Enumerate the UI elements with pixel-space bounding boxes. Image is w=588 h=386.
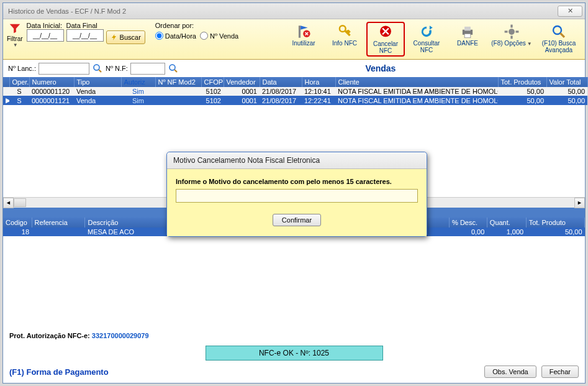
info-nfc-label: Info NFC <box>332 40 357 47</box>
col-autoriz[interactable]: Autoriz <box>121 77 155 87</box>
scroll-thumb[interactable] <box>14 198 26 207</box>
icol-totprod[interactable]: Tot. Produto <box>526 218 584 227</box>
filtrar-label: Filtrar <box>7 35 23 42</box>
modal-message: Informe o Motivo do cancelamento com pel… <box>176 178 418 185</box>
nfc-status-box: NFC-e OK - Nº: 1025 <box>206 346 383 361</box>
opcoes-button[interactable]: (F8) Opções▼ <box>489 22 534 49</box>
table-row[interactable]: S0000001120VendaSim5102000121/08/201712:… <box>3 87 587 96</box>
cancelamento-modal: Motivo Cancelamento Nota Fiscal Eletroni… <box>166 152 427 237</box>
n-lanc-input[interactable] <box>38 63 89 75</box>
gear-icon <box>503 24 520 40</box>
cancel-icon <box>377 24 394 40</box>
modal-title: Motivo Cancelamento Nota Fiscal Eletroni… <box>167 152 427 169</box>
danfe-button[interactable]: DANFE <box>448 22 487 48</box>
col-data[interactable]: Data <box>260 77 302 87</box>
icol-codigo[interactable]: Codigo <box>3 218 32 227</box>
radio-datahora[interactable] <box>155 32 163 40</box>
confirmar-button[interactable]: Confirmar <box>273 214 321 226</box>
svg-point-11 <box>553 26 561 34</box>
cancelar-nfc-button[interactable]: Cancelar NFC <box>366 22 405 57</box>
lightning-icon <box>111 34 118 41</box>
svg-point-6 <box>509 29 515 35</box>
flag-cancel-icon <box>295 24 312 40</box>
svg-point-13 <box>170 65 175 70</box>
opt-nvenda[interactable]: Nº Venda <box>200 32 238 40</box>
col-hora[interactable]: Hora <box>302 77 335 87</box>
data-inicial-input[interactable] <box>27 29 64 42</box>
col-tipo[interactable]: Tipo <box>74 77 121 87</box>
key-icon <box>336 24 353 40</box>
opt-datahora[interactable]: Data/Hora <box>155 32 196 40</box>
n-nf-input[interactable] <box>130 63 165 75</box>
inutilizar-button[interactable]: Inutilizar <box>284 22 323 48</box>
col-nfmod2[interactable]: Nº NF Mod2 <box>155 77 201 87</box>
col-cfop[interactable]: CFOP <box>201 77 224 87</box>
data-final-input[interactable] <box>66 29 104 42</box>
opcoes-label: (F8) Opções <box>491 40 526 47</box>
col-vendedor[interactable]: Vendedor <box>224 77 260 87</box>
scroll-right-button[interactable]: ► <box>574 198 585 208</box>
consultar-nfc-button[interactable]: Consultar NFC <box>407 22 446 55</box>
prot-label: Prot. Autorização NFC-e: <box>9 332 90 339</box>
busca-avancada-label: (F10) Busca Avançada <box>538 40 579 53</box>
prot-number: 332170000029079 <box>92 332 149 339</box>
svg-rect-7 <box>510 25 512 28</box>
n-nf-label: Nº N.F: <box>106 65 128 72</box>
scroll-left-button[interactable]: ◄ <box>3 198 14 208</box>
svg-rect-5 <box>464 34 471 38</box>
icol-quant[interactable]: Quant. <box>487 218 526 227</box>
col-oper[interactable]: Oper. <box>9 77 29 87</box>
data-inicial-label: Data Inicial: <box>27 22 64 29</box>
search-icon[interactable] <box>92 63 103 74</box>
forma-pagamento-link[interactable]: (F1) Forma de Pagamento <box>9 367 109 377</box>
inutilizar-label: Inutilizar <box>292 40 315 47</box>
col-numero[interactable]: Numero <box>29 77 74 87</box>
cancelar-nfc-label: Cancelar NFC <box>369 40 402 54</box>
svg-rect-8 <box>510 36 512 39</box>
window-title: Historico de Vendas - ECF / N.F Mod 2 <box>6 7 556 15</box>
radio-nvenda[interactable] <box>200 32 208 40</box>
data-final-label: Data Final <box>66 22 104 29</box>
busca-avancada-button[interactable]: (F10) Busca Avançada <box>536 22 581 55</box>
icol-pdesc[interactable]: % Desc. <box>450 218 487 227</box>
danfe-label: DANFE <box>457 40 478 47</box>
titlebar: Historico de Vendas - ECF / N.F Mod 2 ✕ <box>3 3 585 19</box>
n-lanc-label: Nº Lanc.: <box>8 65 36 72</box>
vendas-title: Vendas <box>181 62 580 75</box>
svg-point-12 <box>94 65 99 70</box>
icol-referencia[interactable]: Referencia <box>32 218 85 227</box>
table-row[interactable]: ▶S0000001121VendaSim5102000121/08/201712… <box>3 96 587 105</box>
filterbar: Nº Lanc.: Nº N.F: Vendas <box>3 60 585 77</box>
col-cliente[interactable]: Cliente <box>335 77 498 87</box>
col-totprodutos[interactable]: Tot. Produtos <box>498 77 546 87</box>
svg-rect-4 <box>464 27 471 31</box>
ordenar-por-label: Ordenar por: <box>155 22 238 29</box>
fechar-button[interactable]: Fechar <box>541 365 579 378</box>
bottom-area: Prot. Autorização NFC-e: 332170000029079… <box>3 328 585 383</box>
toolbar: Filtrar▼ Data Inicial: Data Final Buscar… <box>3 19 585 60</box>
printer-icon <box>459 24 476 40</box>
svg-rect-10 <box>516 30 519 32</box>
refresh-icon <box>418 24 435 40</box>
motivo-input[interactable] <box>176 189 418 203</box>
buscar-label: Buscar <box>120 34 141 41</box>
funnel-icon <box>7 22 22 35</box>
buscar-button[interactable]: Buscar <box>106 30 145 44</box>
col-valortotal[interactable]: Valor Total <box>546 77 587 87</box>
consultar-nfc-label: Consultar NFC <box>409 40 444 53</box>
svg-point-1 <box>340 25 346 32</box>
obs-venda-button[interactable]: Obs. Venda <box>484 365 536 378</box>
magnifier-icon <box>550 24 568 40</box>
filtrar-button[interactable]: Filtrar▼ <box>7 22 23 48</box>
info-nfc-button[interactable]: Info NFC <box>325 22 364 48</box>
search-icon-2[interactable] <box>168 63 179 74</box>
svg-rect-9 <box>505 30 508 32</box>
sales-grid: Oper. Numero Tipo Autoriz Nº NF Mod2 CFO… <box>3 77 588 105</box>
close-window-button[interactable]: ✕ <box>558 6 582 17</box>
